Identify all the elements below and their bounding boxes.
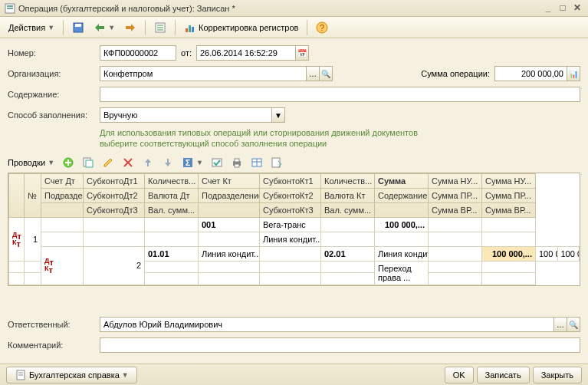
cell[interactable] (375, 232, 429, 246)
col-dt[interactable]: Счет Дт (41, 173, 84, 188)
cell[interactable] (429, 261, 482, 273)
col-valsum2[interactable]: Вал. сумм... (321, 202, 375, 217)
help-icon[interactable]: ? (312, 19, 332, 36)
table-icon[interactable] (248, 154, 266, 171)
cell-n[interactable]: 2 (84, 246, 145, 285)
cell-cont[interactable]: Переход права ... (375, 261, 429, 285)
comm-input[interactable] (100, 337, 580, 353)
date-picker-button[interactable]: 📅 (295, 45, 309, 61)
cell-dt[interactable]: 01.01 (145, 246, 199, 261)
col-subdt3[interactable]: СубконтоДт3 (84, 202, 145, 217)
moveup-icon[interactable] (139, 154, 157, 171)
col-qty[interactable]: Количеств... (145, 173, 199, 188)
cell[interactable]: 100 000,00 (536, 246, 558, 261)
cell[interactable] (429, 232, 482, 246)
cell[interactable] (429, 246, 482, 261)
col-sumpr2[interactable]: Сумма ПР... (482, 188, 536, 202)
cell[interactable] (41, 232, 84, 246)
cell[interactable] (260, 246, 321, 261)
print-icon[interactable] (228, 154, 246, 171)
col-sumvr[interactable]: Сумма ВР... (429, 202, 482, 217)
sum-input[interactable]: 200 000,00 (494, 66, 567, 81)
cell[interactable] (145, 217, 199, 232)
cell[interactable] (199, 261, 260, 273)
date-input[interactable]: 26.06.2014 16:52:29 (196, 45, 296, 61)
col-subdt1[interactable]: СубконтоДт1 (84, 173, 145, 188)
add-icon[interactable] (59, 154, 77, 171)
export-icon[interactable] (268, 154, 286, 171)
fill-dropdown-button[interactable]: ▼ (271, 107, 285, 123)
col-sumnu2[interactable]: Сумма НУ... (482, 173, 536, 188)
cell[interactable] (25, 273, 41, 285)
register-correction-button[interactable]: Корректировка регистров (180, 19, 302, 36)
minimize-button[interactable]: _ (542, 3, 554, 14)
delete-icon[interactable] (119, 154, 137, 171)
cell[interactable] (84, 217, 145, 232)
col-subkt1[interactable]: СубконтоКт1 (260, 173, 321, 188)
col-n[interactable]: № (25, 173, 41, 217)
resp-search-button[interactable]: 🔍 (567, 317, 580, 332)
cell-sum-selected[interactable]: 100 000,... (482, 246, 536, 261)
resp-input[interactable]: Абдулов Юрий Владимирович (100, 317, 554, 332)
cell[interactable] (84, 232, 145, 246)
col-sumnu[interactable]: Сумма НУ... (429, 173, 482, 188)
list-icon[interactable] (150, 19, 170, 36)
cell[interactable] (321, 232, 375, 246)
col-valkt[interactable]: Валюта Кт (321, 188, 375, 202)
check-icon[interactable] (208, 154, 226, 171)
number-input[interactable]: КФП00000002 (100, 45, 176, 61)
cell[interactable] (429, 273, 482, 285)
report-button[interactable]: Бухгалтерская справка ▼ (6, 367, 137, 383)
col-sumvr2[interactable]: Сумма ВР... (482, 202, 536, 217)
col-valsum[interactable]: Вал. сумм... (145, 202, 199, 217)
movedown-icon[interactable] (159, 154, 177, 171)
col-qtykt[interactable]: Количеств... (321, 173, 375, 188)
col-sum[interactable]: Сумма (375, 173, 429, 188)
cell[interactable] (482, 232, 536, 246)
movement-icon[interactable]: ▼ (90, 19, 119, 36)
cell[interactable]: 100 000,00 (557, 246, 580, 261)
cell[interactable] (9, 261, 25, 273)
cell-dt[interactable] (41, 217, 84, 232)
save-button[interactable]: Записать (477, 367, 530, 383)
cell-kt[interactable]: 001 (199, 217, 260, 232)
cell[interactable] (321, 261, 375, 273)
postings-menu[interactable]: Проводки▼ (5, 154, 57, 171)
cell[interactable]: Линия кондит... (260, 232, 321, 246)
resp-select-button[interactable]: … (554, 317, 567, 332)
cell[interactable]: Вега-транс (260, 217, 321, 232)
cell-sum[interactable]: 100 000,... (375, 217, 429, 232)
cell[interactable] (482, 261, 536, 273)
movement2-icon[interactable] (120, 19, 140, 36)
cell[interactable] (260, 261, 321, 273)
cell[interactable]: Линия кондит... (375, 246, 429, 261)
cell[interactable] (429, 217, 482, 232)
cell[interactable] (199, 232, 260, 246)
actions-menu[interactable]: Действия▼ (5, 19, 58, 36)
col-subkt2[interactable]: СубконтоКт2 (260, 188, 321, 202)
ok-button[interactable]: OK (445, 367, 474, 383)
cell[interactable] (482, 273, 536, 285)
col-kt[interactable]: Счет Кт (199, 173, 260, 188)
cell[interactable] (321, 273, 375, 285)
close-button[interactable]: ✕ (571, 3, 583, 14)
col-cont[interactable]: Содержание (375, 188, 429, 202)
cell[interactable]: Линия кондит... (199, 246, 260, 261)
maximize-button[interactable]: □ (557, 3, 569, 14)
cell[interactable] (145, 232, 199, 246)
org-input[interactable]: Конфетпром (100, 66, 307, 81)
cell[interactable] (260, 273, 321, 285)
cell[interactable] (321, 217, 375, 232)
sum-icon[interactable]: Σ▼ (179, 154, 206, 171)
sum-calc-button[interactable]: 📊 (567, 66, 580, 81)
content-input[interactable] (100, 87, 580, 102)
col-sumpr[interactable]: Сумма ПР... (429, 188, 482, 202)
close-form-button[interactable]: Закрыть (533, 367, 582, 383)
postings-grid[interactable]: № Счет Дт СубконтоДт1 Количеств... Счет … (8, 173, 580, 286)
col-subkt3[interactable]: СубконтоКт3 (260, 202, 321, 217)
save-icon[interactable] (68, 19, 88, 36)
cell-kt[interactable]: 02.01 (321, 246, 375, 261)
fill-select[interactable]: Вручную (100, 107, 272, 123)
col-podr[interactable]: Подразде... Дт (41, 188, 84, 202)
col-valdt[interactable]: Валюта Дт (145, 188, 199, 202)
